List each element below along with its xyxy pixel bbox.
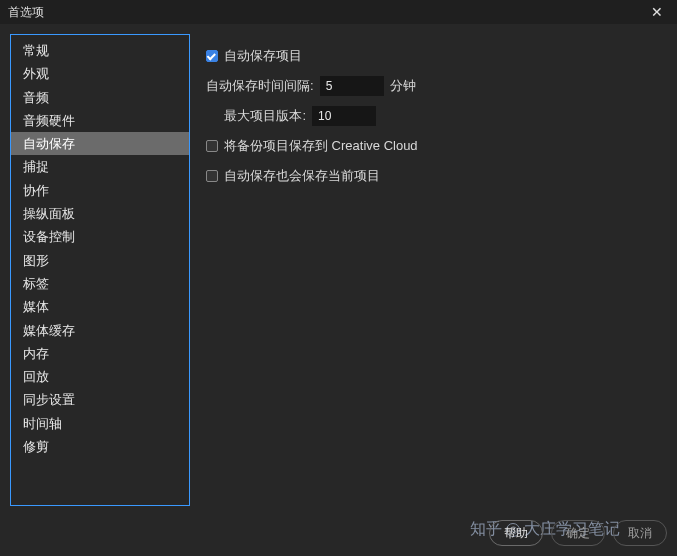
label-max-versions: 最大项目版本: (206, 107, 306, 125)
label-backup-cc: 将备份项目保存到 Creative Cloud (224, 137, 418, 155)
cancel-button[interactable]: 取消 (613, 520, 667, 546)
content-panel: 自动保存项目 自动保存时间间隔: 分钟 最大项目版本: 将备份项目保存到 Cre… (190, 34, 667, 514)
checkbox-backup-cc[interactable] (206, 140, 218, 152)
label-interval-unit: 分钟 (390, 77, 416, 95)
sidebar-item-capture[interactable]: 捕捉 (11, 155, 189, 178)
row-auto-save-enabled: 自动保存项目 (206, 44, 667, 68)
titlebar: 首选项 ✕ (0, 0, 677, 24)
sidebar-item-sync-settings[interactable]: 同步设置 (11, 388, 189, 411)
sidebar-item-audio[interactable]: 音频 (11, 86, 189, 109)
label-interval: 自动保存时间间隔: (206, 77, 314, 95)
main-area: 常规 外观 音频 音频硬件 自动保存 捕捉 协作 操纵面板 设备控制 图形 标签… (0, 24, 677, 514)
sidebar-item-media-cache[interactable]: 媒体缓存 (11, 319, 189, 342)
sidebar-item-graphics[interactable]: 图形 (11, 249, 189, 272)
row-interval: 自动保存时间间隔: 分钟 (206, 74, 667, 98)
sidebar-item-labels[interactable]: 标签 (11, 272, 189, 295)
sidebar-item-memory[interactable]: 内存 (11, 342, 189, 365)
ok-button[interactable]: 确定 (551, 520, 605, 546)
footer: 帮助 确定 取消 (489, 520, 667, 546)
sidebar-item-control-surface[interactable]: 操纵面板 (11, 202, 189, 225)
sidebar-item-appearance[interactable]: 外观 (11, 62, 189, 85)
window-title: 首选项 (8, 4, 44, 21)
sidebar: 常规 外观 音频 音频硬件 自动保存 捕捉 协作 操纵面板 设备控制 图形 标签… (10, 34, 190, 506)
sidebar-item-general[interactable]: 常规 (11, 39, 189, 62)
close-icon[interactable]: ✕ (645, 5, 669, 19)
row-max-versions: 最大项目版本: (206, 104, 667, 128)
sidebar-item-audio-hardware[interactable]: 音频硬件 (11, 109, 189, 132)
row-backup-cc: 将备份项目保存到 Creative Cloud (206, 134, 667, 158)
input-interval[interactable] (320, 76, 384, 96)
sidebar-item-auto-save[interactable]: 自动保存 (11, 132, 189, 155)
sidebar-item-timeline[interactable]: 时间轴 (11, 412, 189, 435)
sidebar-item-device-control[interactable]: 设备控制 (11, 225, 189, 248)
sidebar-item-playback[interactable]: 回放 (11, 365, 189, 388)
sidebar-item-media[interactable]: 媒体 (11, 295, 189, 318)
row-also-save-current: 自动保存也会保存当前项目 (206, 164, 667, 188)
help-button[interactable]: 帮助 (489, 520, 543, 546)
checkbox-also-save-current[interactable] (206, 170, 218, 182)
input-max-versions[interactable] (312, 106, 376, 126)
sidebar-item-trim[interactable]: 修剪 (11, 435, 189, 458)
label-auto-save: 自动保存项目 (224, 47, 302, 65)
sidebar-item-collaboration[interactable]: 协作 (11, 179, 189, 202)
label-also-save-current: 自动保存也会保存当前项目 (224, 167, 380, 185)
checkbox-auto-save[interactable] (206, 50, 218, 62)
